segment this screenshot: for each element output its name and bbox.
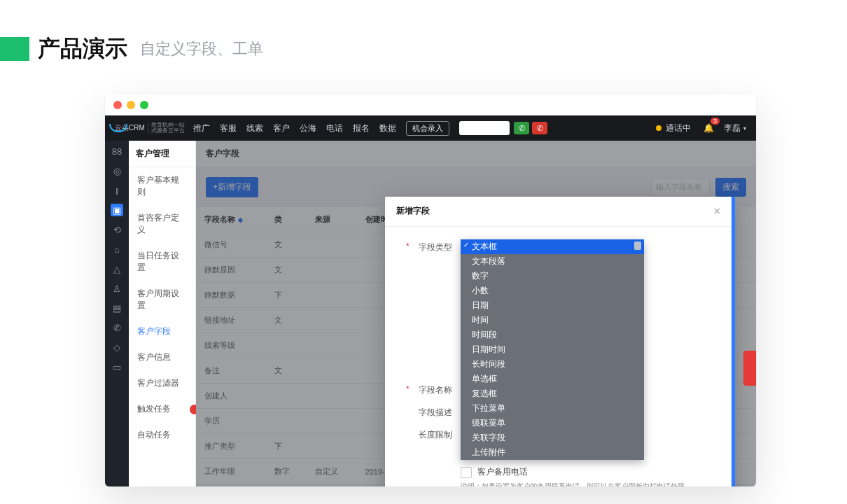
- page-title: 产品演示: [38, 34, 127, 64]
- dropdown-option[interactable]: 级联菜单: [461, 416, 644, 430]
- dropdown-option[interactable]: 时间段: [461, 328, 644, 342]
- dropdown-option[interactable]: 数字: [461, 269, 644, 284]
- user-menu[interactable]: 李磊 ▾: [724, 122, 746, 134]
- page-subtitle: 自定义字段、工单: [140, 38, 263, 59]
- dropdown-option[interactable]: 上传附件: [461, 445, 644, 460]
- submenu-trigger-task[interactable]: 触发任务: [129, 396, 195, 422]
- submenu-cycle-setting[interactable]: 客户周期设置: [129, 281, 195, 318]
- dropdown-option[interactable]: 关联字段: [461, 430, 644, 445]
- feedback-tab[interactable]: [743, 351, 756, 386]
- nav-item-leads[interactable]: 线索: [246, 122, 263, 134]
- dropdown-option[interactable]: 日期时间: [461, 342, 644, 357]
- notifications-button[interactable]: 🔔 3: [704, 123, 714, 133]
- dropdown-option[interactable]: 单选框: [461, 372, 644, 386]
- brand[interactable]: 云朵CRM 教育机构一站 式服务云平台: [105, 122, 183, 134]
- brand-sub2: 式服务云平台: [151, 128, 185, 134]
- nav-item-phone[interactable]: 电话: [326, 122, 343, 134]
- backup-phone-checkbox[interactable]: [461, 467, 472, 478]
- app-window: 云朵CRM 教育机构一站 式服务云平台 推广 客服 线索 客户 公海 电话 报名…: [105, 94, 756, 486]
- nav-item-signup[interactable]: 报名: [353, 122, 370, 134]
- call-answer-button[interactable]: ✆: [514, 122, 529, 134]
- submenu-customer-info[interactable]: 客户信息: [129, 344, 195, 370]
- close-window-button[interactable]: [113, 101, 122, 109]
- label-len-limit: 长度限制: [402, 427, 452, 441]
- nav-item-pool[interactable]: 公海: [300, 122, 316, 134]
- nav-item-promo[interactable]: 推广: [193, 122, 210, 134]
- rail-people-icon[interactable]: ♙: [111, 282, 123, 295]
- maximize-window-button[interactable]: [140, 101, 148, 109]
- call-hangup-button[interactable]: ✆: [532, 122, 547, 134]
- dropdown-option[interactable]: 文本框: [461, 239, 644, 254]
- dropdown-option[interactable]: 下拉菜单: [461, 401, 644, 416]
- opportunity-record-button[interactable]: 机会录入: [406, 121, 449, 136]
- chevron-down-icon: ▾: [743, 125, 746, 132]
- dropdown-option[interactable]: 时间: [461, 313, 644, 328]
- submenu-header: 客户管理: [129, 141, 195, 167]
- icon-rail: 88 ◎ ⫿ ▣ ⟲ ⌂ △ ♙ ▤ ✆ ◇ ▭: [105, 141, 129, 486]
- call-status-label: 通话中: [666, 122, 691, 134]
- submenu-daily-task[interactable]: 当日任务设置: [129, 243, 195, 281]
- nav-item-service[interactable]: 客服: [220, 122, 237, 134]
- label-field-name: 字段名称: [402, 382, 452, 396]
- user-name: 李磊: [724, 122, 741, 134]
- rail-card-icon[interactable]: ▭: [111, 360, 123, 373]
- submenu-auto-task[interactable]: 自动任务: [129, 422, 195, 448]
- window-titlebar: [105, 94, 756, 115]
- dropdown-option[interactable]: 日期: [461, 298, 644, 313]
- bell-icon: 🔔: [704, 123, 714, 133]
- rail-user-icon[interactable]: ▣: [111, 204, 123, 216]
- global-search-input[interactable]: [459, 121, 510, 135]
- minimize-window-button[interactable]: [127, 101, 135, 109]
- label-field-type: 字段类型: [402, 239, 452, 253]
- rail-phone-icon[interactable]: ✆: [111, 321, 123, 334]
- nav-item-customer[interactable]: 客户: [273, 122, 290, 134]
- new-field-modal: 新增字段 × 字段类型 文本框文本段落数字小数日期时间时间段日期时间长时间段单选…: [385, 197, 735, 486]
- nav-items: 推广 客服 线索 客户 公海 电话 报名 数据: [193, 122, 396, 134]
- dropdown-option[interactable]: 长时间段: [461, 357, 644, 372]
- status-dot-icon: [656, 125, 662, 131]
- submenu-filter[interactable]: 客户过滤器: [129, 370, 195, 396]
- rail-triangle-icon[interactable]: △: [111, 262, 123, 275]
- field-type-dropdown[interactable]: 文本框文本段落数字小数日期时间时间段日期时间长时间段单选框复选框下拉菜单级联菜单…: [461, 239, 644, 460]
- dropdown-option[interactable]: 小数: [461, 284, 644, 298]
- rail-tag-icon[interactable]: ◇: [111, 341, 123, 354]
- dropdown-option[interactable]: 复选框: [461, 386, 644, 401]
- submenu-basic-rules[interactable]: 客户基本规则: [129, 167, 195, 205]
- top-nav: 云朵CRM 教育机构一站 式服务云平台 推广 客服 线索 客户 公海 电话 报名…: [105, 115, 756, 141]
- submenu: 客户管理 客户基本规则 首咨客户定义 当日任务设置 客户周期设置 客户字段 客户…: [129, 141, 196, 486]
- notification-count: 3: [710, 118, 720, 125]
- call-status: 通话中: [656, 122, 691, 134]
- submenu-customer-fields[interactable]: 客户字段: [129, 318, 195, 344]
- modal-title: 新增字段: [396, 205, 430, 218]
- label-field-desc: 字段描述: [402, 405, 452, 419]
- rail-list-icon[interactable]: ▤: [111, 302, 123, 314]
- modal-close-button[interactable]: ×: [714, 205, 720, 218]
- dropdown-option[interactable]: 文本段落: [461, 254, 644, 269]
- submenu-first-consult[interactable]: 首咨客户定义: [129, 205, 195, 243]
- rail-home-icon[interactable]: ⌂: [111, 243, 123, 255]
- backup-phone-label: 客户备用电话: [477, 466, 528, 478]
- main-area: 客户字段 +新增字段 输入字段名称 搜索 字段名称◆ 类 来源 创建时间 更新时…: [196, 141, 756, 486]
- nav-item-data[interactable]: 数据: [379, 122, 396, 134]
- accent-block: [0, 37, 29, 61]
- help-text-1: 说明：如果设置为客户的备用联系电话，则可以在客户面板中打电话外呼。: [385, 478, 732, 486]
- rail-refresh-icon[interactable]: ⟲: [111, 223, 123, 236]
- rail-dashboard-icon[interactable]: 88: [111, 145, 123, 158]
- rail-chart-icon[interactable]: ⫿: [111, 184, 123, 197]
- rail-shield-icon[interactable]: ◎: [111, 164, 123, 177]
